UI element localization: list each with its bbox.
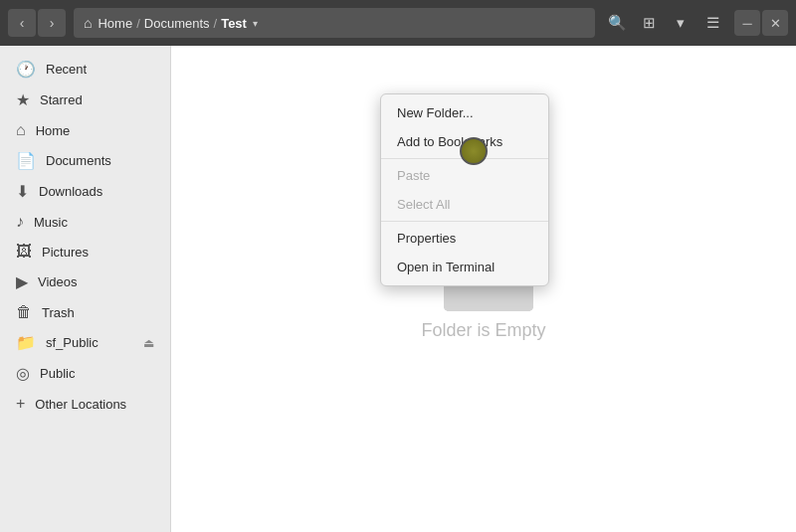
sidebar-label-starred: Starred [40, 92, 154, 107]
breadcrumb-current[interactable]: Test [221, 16, 247, 31]
sidebar-label-recent: Recent [46, 62, 154, 77]
pictures-icon: 🖼 [16, 243, 32, 261]
sidebar-label-trash: Trash [42, 305, 154, 320]
forward-button[interactable]: › [38, 9, 66, 37]
menu-button[interactable]: ☰ [698, 9, 726, 37]
sidebar-item-pictures[interactable]: 🖼 Pictures [4, 237, 166, 266]
menu-item-open-terminal[interactable]: Open in Terminal [381, 253, 548, 281]
recent-icon: 🕐 [16, 60, 36, 79]
sidebar-label-other-locations: Other Locations [35, 397, 154, 412]
breadcrumb-documents[interactable]: Documents [144, 16, 210, 31]
menu-item-properties[interactable]: Properties [381, 224, 548, 253]
breadcrumb-sep2: / [214, 16, 218, 31]
videos-icon: ▶ [16, 272, 28, 291]
sidebar-item-documents[interactable]: 📄 Documents [4, 145, 166, 176]
main-layout: 🕐 Recent ★ Starred ⌂ Home 📄 Documents ⬇ … [0, 46, 796, 532]
downloads-icon: ⬇ [16, 182, 29, 201]
sidebar-item-videos[interactable]: ▶ Videos [4, 266, 166, 297]
menu-item-add-bookmarks[interactable]: Add to Bookmarks [381, 127, 548, 156]
sidebar-label-sf-public: sf_Public [46, 335, 133, 350]
sidebar-item-public[interactable]: ◎ Public [4, 358, 166, 389]
breadcrumb-dropdown-icon[interactable]: ▾ [253, 18, 258, 29]
sidebar-item-home[interactable]: ⌂ Home [4, 115, 166, 145]
sort-button[interactable]: ▾ [667, 9, 695, 37]
sidebar-item-downloads[interactable]: ⬇ Downloads [4, 176, 166, 207]
titlebar: ‹ › ⌂ Home / Documents / Test ▾ 🔍 ⊞ ▾ ☰ … [0, 0, 796, 46]
sidebar-label-home: Home [36, 123, 154, 138]
titlebar-actions: 🔍 ⊞ ▾ ☰ [603, 9, 726, 37]
search-button[interactable]: 🔍 [603, 9, 631, 37]
sidebar-label-documents: Documents [46, 153, 154, 168]
sidebar-label-public: Public [40, 366, 154, 381]
back-button[interactable]: ‹ [8, 9, 36, 37]
trash-icon: 🗑 [16, 303, 32, 321]
view-button[interactable]: ⊞ [635, 9, 663, 37]
other-locations-icon: + [16, 395, 25, 413]
sidebar-item-other-locations[interactable]: + Other Locations [4, 389, 166, 419]
sidebar-item-recent[interactable]: 🕐 Recent [4, 54, 166, 85]
home-sidebar-icon: ⌂ [16, 121, 26, 139]
starred-icon: ★ [16, 90, 30, 109]
public-icon: ◎ [16, 364, 30, 383]
menu-item-paste: Paste [381, 161, 548, 190]
documents-icon: 📄 [16, 151, 36, 170]
minimize-button[interactable]: ─ [734, 10, 760, 36]
sidebar-label-pictures: Pictures [42, 245, 154, 260]
home-icon: ⌂ [84, 15, 92, 31]
sidebar-label-downloads: Downloads [39, 184, 154, 199]
window-controls: ─ ✕ [734, 10, 788, 36]
sidebar-label-music: Music [34, 215, 154, 230]
sidebar-item-sf-public[interactable]: 📁 sf_Public ⏏ [4, 327, 166, 358]
sf-public-icon: 📁 [16, 333, 36, 352]
context-menu: New Folder... Add to Bookmarks Paste Sel… [380, 93, 549, 286]
breadcrumb-sep1: / [136, 16, 140, 31]
empty-folder-text: Folder is Empty [421, 320, 545, 341]
breadcrumb-home[interactable]: Home [98, 16, 132, 31]
sidebar: 🕐 Recent ★ Starred ⌂ Home 📄 Documents ⬇ … [0, 46, 171, 532]
sidebar-item-starred[interactable]: ★ Starred [4, 85, 166, 115]
menu-separator-1 [381, 158, 548, 159]
close-button[interactable]: ✕ [762, 10, 788, 36]
eject-icon[interactable]: ⏏ [143, 336, 154, 350]
content-area[interactable]: Folder is Empty New Folder... Add to Boo… [171, 46, 796, 532]
sidebar-item-music[interactable]: ♪ Music [4, 207, 166, 237]
breadcrumb[interactable]: ⌂ Home / Documents / Test ▾ [74, 8, 595, 38]
menu-item-select-all: Select All [381, 190, 548, 219]
menu-item-new-folder[interactable]: New Folder... [381, 98, 548, 127]
menu-separator-2 [381, 221, 548, 222]
sidebar-item-trash[interactable]: 🗑 Trash [4, 297, 166, 327]
music-icon: ♪ [16, 213, 24, 231]
nav-buttons: ‹ › [8, 9, 66, 37]
sidebar-label-videos: Videos [38, 274, 154, 289]
